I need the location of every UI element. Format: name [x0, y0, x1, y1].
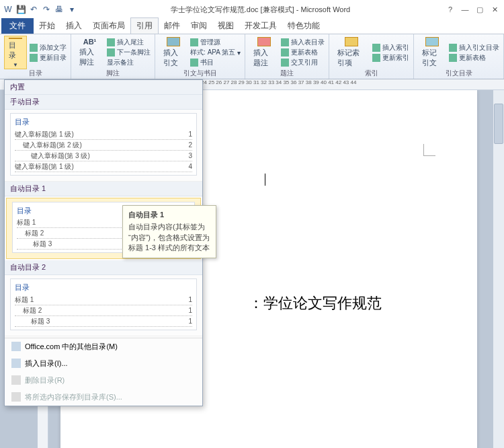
group-label: 引文目录 [414, 69, 503, 78]
gallery-item-auto2[interactable]: 目录 标题 11 标题 21 标题 31 [5, 275, 202, 336]
gallery-item-manual[interactable]: 目录 键入章标题(第 1 级)1 键入章标题(第 2 级)2 键入章标题(第 3… [5, 110, 202, 182]
update-table-icon [281, 48, 289, 57]
group-label: 题注 [245, 69, 329, 78]
insert-toc-dialog[interactable]: 插入目录(I)... [5, 355, 202, 372]
tooltip-body: 自动目录内容(其标签为“内容”)，包含格式设置为标题 1-3 样式的所有文本 [128, 222, 210, 253]
update-idx-icon [372, 54, 380, 62]
toa-icon [449, 44, 457, 52]
update-toa-button[interactable]: 更新表格 [449, 53, 499, 63]
undo-icon[interactable]: ↶ [28, 4, 39, 15]
bibliography-button[interactable]: 书目 [190, 58, 241, 67]
save-selection-to-gallery: 将所选内容保存到目录库(S)... [5, 389, 202, 406]
ribbon-tabs: 文件 开始 插入 页面布局 引用 邮件 审阅 视图 开发工具 特色功能 [0, 19, 504, 34]
insert-citation-button[interactable]: 插入引文 [159, 36, 187, 69]
update-toc-button[interactable]: 更新目录 [30, 53, 67, 63]
add-text-button[interactable]: 添加文字 [30, 43, 67, 52]
mark-citation-button[interactable]: 标记引文 [418, 36, 446, 69]
insert-endnote-button[interactable]: 插入尾注 [107, 38, 151, 47]
manual-toc-preview: 目录 键入章标题(第 1 级)1 键入章标题(第 2 级)2 键入章标题(第 3… [10, 113, 197, 176]
close-icon[interactable]: ✕ [488, 4, 501, 15]
tab-page-layout[interactable]: 页面布局 [87, 18, 130, 34]
group-footnotes: AB¹ 插入脚注 插入尾注 下一条脚注 显示备注 脚注 [71, 34, 155, 79]
window-controls: ? — ▢ ✕ [444, 4, 501, 15]
show-notes-button[interactable]: 显示备注 [107, 58, 151, 67]
group-captions: 插入题注 插入表目录 更新表格 交叉引用 题注 [245, 34, 329, 79]
vertical-scrollbar[interactable] [493, 90, 504, 448]
add-text-icon [30, 44, 38, 52]
gallery-section-auto1: 自动目录 1 [5, 182, 202, 196]
print-icon[interactable]: 🖶 [54, 4, 65, 15]
group-label: 索引 [329, 69, 413, 78]
toc-button[interactable]: 目录 ▼ [4, 36, 27, 69]
citation-icon [167, 37, 180, 46]
update-toa-icon [449, 54, 457, 62]
group-label: 脚注 [71, 69, 155, 78]
group-toc: 目录 ▼ 添加文字 更新目录 目录 [0, 34, 71, 79]
mark-cit-icon [425, 37, 439, 46]
group-index: 标记索引项 插入索引 更新索引 索引 [329, 34, 414, 79]
remove-icon [11, 375, 21, 385]
tab-file[interactable]: 文件 [1, 18, 34, 34]
qat-more-icon[interactable]: ▾ [67, 4, 77, 15]
tooltip-title: 自动目录 1 [128, 210, 210, 220]
window-title: 学士学位论文写作规范.doc [兼容模式] - Microsoft Word [77, 5, 444, 15]
remove-toc: 删除目录(R) [5, 372, 202, 389]
tab-insert[interactable]: 插入 [60, 18, 87, 34]
mark-entry-button[interactable]: 标记索引项 [333, 36, 370, 69]
gallery-section-manual: 手动目录 [5, 95, 202, 110]
tab-view[interactable]: 视图 [212, 18, 239, 34]
chevron-down-icon: ▼ [13, 62, 18, 68]
gallery-section-builtin: 内置 [5, 80, 202, 95]
maximize-icon[interactable]: ▢ [473, 4, 487, 15]
group-label: 目录 [0, 69, 71, 78]
cross-reference-button[interactable]: 交叉引用 [281, 58, 325, 67]
insert-caption-button[interactable]: 插入题注 [249, 36, 278, 69]
gallery-section-auto2: 自动目录 2 [5, 260, 202, 275]
insert-toa-button[interactable]: 插入引文目录 [449, 43, 499, 52]
style-select[interactable]: 样式: APA 第五▾ [190, 48, 241, 57]
caption-icon [257, 37, 271, 46]
ab-icon: AB¹ [83, 38, 97, 46]
insert-footnote-button[interactable]: AB¹ 插入脚注 [75, 36, 104, 69]
tab-special[interactable]: 特色功能 [282, 18, 325, 34]
quick-access-toolbar: W 💾 ↶ ↷ 🖶 ▾ [3, 4, 77, 15]
next-icon [107, 48, 115, 57]
group-label: 引文与书目 [155, 69, 245, 78]
endnote-icon [107, 38, 115, 46]
insert-table-figures-button[interactable]: 插入表目录 [281, 38, 325, 47]
minimize-icon[interactable]: — [458, 4, 472, 15]
tab-references[interactable]: 引用 [130, 17, 159, 34]
group-citations: 插入引文 管理源 样式: APA 第五▾ 书目 引文与书目 [155, 34, 245, 79]
redo-icon[interactable]: ↷ [41, 4, 52, 15]
more-office-toc[interactable]: Office.com 中的其他目录(M) [5, 338, 202, 355]
manage-sources-button[interactable]: 管理源 [190, 38, 241, 47]
save-icon[interactable]: 💾 [15, 4, 26, 15]
ribbon: 目录 ▼ 添加文字 更新目录 目录 AB¹ 插入脚注 插入尾注 下一条脚注 显示… [0, 34, 504, 79]
crossref-icon [281, 59, 289, 67]
tof-icon [281, 38, 289, 46]
manage-icon [190, 38, 198, 46]
insert-toc-icon [11, 359, 21, 368]
tooltip: 自动目录 1 自动目录内容(其标签为“内容”)，包含格式设置为标题 1-3 样式… [122, 205, 216, 258]
update-icon [30, 54, 38, 62]
tab-home[interactable]: 开始 [34, 18, 60, 34]
word-app-icon: W [3, 4, 13, 15]
tab-developer[interactable]: 开发工具 [239, 18, 282, 34]
help-icon[interactable]: ? [444, 4, 457, 15]
text-cursor [265, 174, 265, 186]
group-toa: 标记引文 插入引文目录 更新表格 引文目录 [414, 34, 504, 79]
margin-marker [423, 144, 435, 156]
next-footnote-button[interactable]: 下一条脚注 [107, 48, 151, 57]
toc-icon [9, 38, 22, 39]
insert-index-button[interactable]: 插入索引 [372, 43, 409, 52]
toc-button-label: 目录 [9, 40, 22, 61]
save-gallery-icon [11, 392, 21, 402]
update-index-button[interactable]: 更新索引 [372, 53, 409, 63]
scrollbar-thumb[interactable] [494, 104, 503, 144]
tab-review[interactable]: 审阅 [185, 18, 212, 34]
update-table-button[interactable]: 更新表格 [281, 48, 325, 57]
document-body-title: ：学位论文写作规范 [249, 293, 382, 313]
mark-icon [345, 37, 358, 46]
tab-mailings[interactable]: 邮件 [159, 18, 185, 34]
index-icon [372, 44, 380, 52]
